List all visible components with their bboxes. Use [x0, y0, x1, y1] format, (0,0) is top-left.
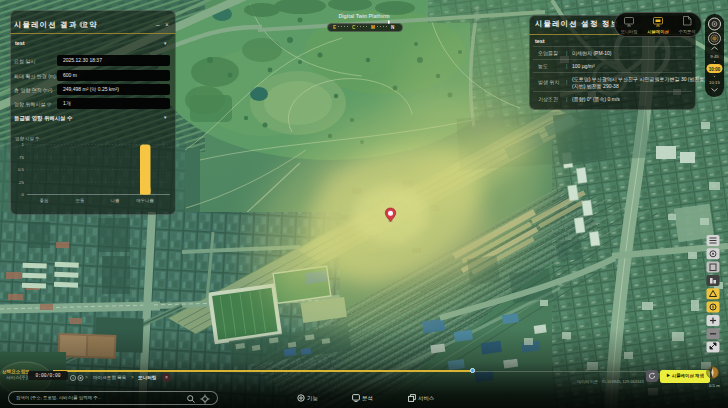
- svg-text:매우나쁨: 매우나쁨: [136, 198, 154, 203]
- svg-text:0: 0: [22, 192, 25, 197]
- svg-text:9:45: 9:45: [710, 54, 719, 59]
- svg-text:E: E: [333, 25, 336, 30]
- svg-text:10:00: 10:00: [709, 67, 721, 72]
- svg-text:모니터링: 모니터링: [620, 29, 637, 34]
- svg-text:수치분석: 수치분석: [678, 29, 695, 34]
- svg-text:.75: .75: [18, 155, 25, 160]
- svg-text:C: C: [352, 25, 356, 30]
- svg-text:0.5: 0.5: [18, 167, 25, 172]
- svg-text:10:15: 10:15: [709, 80, 721, 85]
- svg-text:영향 시설 수: 영향 시설 수: [15, 136, 40, 141]
- svg-text:1: 1: [22, 142, 25, 147]
- svg-text:좋음: 좋음: [40, 198, 49, 203]
- svg-text:나쁨: 나쁨: [111, 198, 120, 203]
- svg-text:M: M: [371, 25, 375, 30]
- svg-text:.25: .25: [18, 180, 25, 185]
- svg-text:보통: 보통: [76, 198, 85, 203]
- svg-text:시뮬레이션: 시뮬레이션: [647, 29, 668, 35]
- svg-text:N: N: [391, 25, 395, 30]
